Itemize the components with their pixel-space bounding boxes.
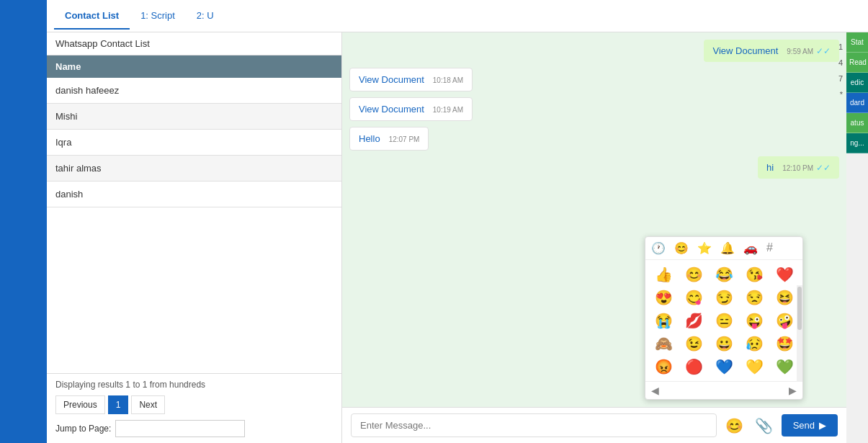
next-button[interactable]: Next (131, 395, 165, 414)
emoji-item[interactable]: 😀 (710, 334, 738, 354)
emoji-item[interactable]: 😭 (650, 310, 677, 331)
message-input[interactable] (351, 413, 717, 437)
emoji-item[interactable]: 😒 (741, 287, 768, 308)
message-time: 10:19 AM (433, 106, 463, 114)
send-icon: ▶ (819, 420, 826, 431)
contact-table: Name danish hafeeezMishiIqratahir almasd… (47, 55, 341, 207)
main-container: Contact List 1: Script 2: U Whatsapp Con… (47, 0, 868, 443)
emoji-item[interactable]: 🤩 (771, 334, 798, 354)
emoji-item[interactable]: 💋 (680, 310, 707, 331)
emoji-button[interactable]: 😊 (722, 414, 746, 437)
emoji-item[interactable]: 💚 (771, 357, 798, 377)
emoji-scrollbar-thumb (797, 287, 802, 330)
emoji-grid[interactable]: 👍😊😂😘❤️😍😋😏😒😆😭💋😑😜🤪🙈😉😀😥🤩😡🔴💙💛💚 (645, 260, 802, 381)
emoji-item[interactable]: 🙈 (650, 334, 677, 354)
send-button[interactable]: Send ▶ (782, 414, 838, 437)
right-number: 4 (828, 55, 843, 70)
emoji-nav-left[interactable]: ◀ (651, 385, 659, 396)
contact-name: Mishi (47, 104, 341, 130)
status-column: StatReadedicdardatusng... (846, 32, 868, 443)
right-number: * (828, 87, 843, 102)
emoji-item[interactable]: 👍 (650, 264, 677, 285)
chat-message: View Document10:18 AM (349, 68, 473, 91)
contact-panel: Whatsapp Contact List Name danish hafeee… (47, 32, 342, 443)
right-panel: View Document9:59 AM✓✓View Document10:18… (342, 32, 868, 443)
message-link[interactable]: hi (766, 162, 774, 173)
tabs-bar: Contact List 1: Script 2: U (47, 0, 868, 32)
table-row[interactable]: danish hafeeez (47, 78, 341, 104)
emoji-item[interactable]: 😍 (650, 287, 677, 308)
contact-name: danish hafeeez (47, 78, 341, 104)
message-time: 12:07 PM (389, 135, 420, 143)
status-item[interactable]: dard (846, 93, 868, 113)
emoji-scrollbar[interactable] (797, 285, 802, 381)
chat-message: hi12:10 PM✓✓ (758, 156, 839, 179)
emoji-item[interactable]: 😂 (710, 264, 738, 285)
chat-message: Hello12:07 PM (349, 127, 429, 151)
right-number: 7 (828, 71, 843, 86)
contact-name: tahir almas (47, 156, 341, 182)
send-label: Send (793, 420, 815, 431)
status-item[interactable]: atus (846, 113, 868, 133)
emoji-item[interactable]: 😡 (650, 357, 677, 377)
jump-input[interactable] (115, 420, 245, 437)
table-row[interactable]: tahir almas (47, 156, 341, 182)
emoji-item[interactable]: 😏 (710, 287, 738, 308)
emoji-item[interactable]: 🔴 (680, 357, 707, 377)
emoji-item[interactable]: 💛 (741, 357, 768, 377)
emoji-tab-icon[interactable]: 🕐 (651, 241, 666, 255)
emoji-tab-icon[interactable]: 🚗 (743, 241, 758, 255)
message-checkmark: ✓✓ (816, 163, 831, 173)
table-row[interactable]: danish (47, 182, 341, 207)
emoji-item[interactable]: 😜 (741, 310, 768, 331)
message-time: 12:10 PM (782, 164, 813, 172)
emoji-tab-icon[interactable]: # (766, 241, 773, 255)
chat-message: View Document10:19 AM (349, 97, 473, 121)
table-header-name: Name (47, 55, 341, 78)
message-link[interactable]: View Document (359, 104, 424, 115)
emoji-item[interactable]: 😊 (680, 264, 707, 285)
table-row[interactable]: Iqra (47, 130, 341, 156)
status-item[interactable]: edic (846, 73, 868, 93)
emoji-item[interactable]: 😘 (741, 264, 768, 285)
contact-name: Iqra (47, 130, 341, 156)
message-link[interactable]: Hello (359, 133, 380, 144)
emoji-tab-icon[interactable]: ⭐ (697, 241, 712, 255)
tab-3[interactable]: 2: U (186, 3, 225, 30)
emoji-tab-icon[interactable]: 🔔 (720, 241, 735, 255)
prev-button[interactable]: Previous (55, 395, 105, 414)
emoji-tab-icon[interactable]: 😊 (674, 241, 689, 255)
emoji-item[interactable]: 😆 (771, 287, 798, 308)
message-time: 9:59 AM (787, 48, 813, 55)
right-numbers: 147* (828, 32, 843, 102)
status-item[interactable]: ng... (846, 133, 868, 153)
message-link[interactable]: View Document (359, 74, 424, 85)
table-row[interactable]: Mishi (47, 104, 341, 130)
message-time: 10:18 AM (433, 76, 463, 84)
emoji-item[interactable]: 😑 (710, 310, 738, 331)
chat-panel: View Document9:59 AM✓✓View Document10:18… (342, 32, 846, 443)
emoji-item[interactable]: 😋 (680, 287, 707, 308)
tab-contact-list[interactable]: Contact List (54, 3, 130, 30)
sidebar (0, 0, 47, 443)
emoji-tabs: 🕐😊⭐🔔🚗# (645, 237, 802, 260)
emoji-item[interactable]: 😉 (680, 334, 707, 354)
chat-message: View Document9:59 AM✓✓ (704, 40, 839, 62)
status-item[interactable]: Stat (846, 32, 868, 53)
pagination-text: Displaying results 1 to 1 from hundreds (55, 380, 333, 390)
emoji-item[interactable]: 😥 (741, 334, 768, 354)
status-item[interactable]: Read (846, 53, 868, 73)
contact-panel-title: Whatsapp Contact List (47, 32, 341, 55)
emoji-picker: 🕐😊⭐🔔🚗# 👍😊😂😘❤️😍😋😏😒😆😭💋😑😜🤪🙈😉😀😥🤩😡🔴💙💛💚 ◀ ▶ (645, 236, 803, 400)
emoji-item[interactable]: 💙 (710, 357, 738, 377)
content-area: Whatsapp Contact List Name danish hafeee… (47, 32, 868, 443)
emoji-nav-bottom: ◀ ▶ (645, 381, 802, 399)
pagination-controls: Previous 1 Next (55, 395, 333, 414)
emoji-item[interactable]: 🤪 (771, 310, 798, 331)
message-link[interactable]: View Document (712, 45, 778, 56)
attach-button[interactable]: 📎 (752, 414, 776, 437)
tab-script[interactable]: 1: Script (130, 3, 186, 30)
page-1-button[interactable]: 1 (108, 395, 129, 414)
emoji-item[interactable]: ❤️ (771, 264, 798, 285)
emoji-nav-right[interactable]: ▶ (789, 385, 797, 396)
